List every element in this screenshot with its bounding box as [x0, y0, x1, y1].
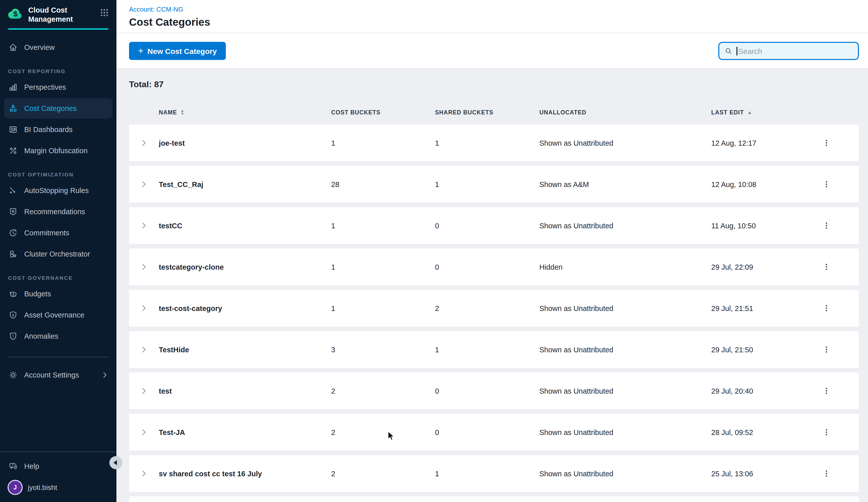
- table-area: Total: 87 NAME ▲▼ COST BUCKETS SHARED BU…: [116, 69, 868, 502]
- kebab-menu-icon[interactable]: [822, 139, 830, 147]
- row-cost-buckets: 2: [331, 470, 435, 478]
- expand-chevron-icon[interactable]: [140, 428, 148, 436]
- row-last-edit: 29 Jul, 20:40: [711, 387, 793, 395]
- sidebar-item-label: Anomalies: [24, 332, 58, 340]
- sidebar-section-label: COST REPORTING: [8, 68, 108, 74]
- sidebar-item-perspectives[interactable]: Perspectives: [4, 77, 112, 97]
- app-title: Cloud Cost Management: [28, 6, 99, 24]
- sidebar-item-asset-governance[interactable]: $Asset Governance: [4, 305, 112, 325]
- table-row[interactable]: joe-test 1 1 Shown as Unattributed 12 Au…: [129, 125, 859, 161]
- table-row[interactable]: Test_CC_Raj 28 1 Shown as A&M 12 Aug, 10…: [129, 166, 859, 202]
- kebab-menu-icon[interactable]: [822, 221, 830, 230]
- cluster-icon: [8, 249, 18, 259]
- search-box[interactable]: [718, 42, 859, 60]
- sidebar-item-budgets[interactable]: $Budgets: [4, 284, 112, 304]
- user-name: jyoti.bisht: [28, 483, 57, 491]
- shield-alert-icon: !: [8, 331, 18, 341]
- ccm-cloud-dollar-logo-icon: $: [8, 7, 24, 21]
- perspectives-icon: [8, 82, 18, 92]
- collapse-left-icon: [113, 460, 117, 465]
- row-last-edit: 29 Jul, 22:09: [711, 263, 793, 271]
- row-name: Test_CC_Raj: [159, 180, 331, 188]
- help-label: Help: [24, 462, 39, 470]
- expand-chevron-icon[interactable]: [140, 263, 148, 271]
- autostopping-icon: [8, 186, 18, 196]
- home-icon: [8, 42, 18, 52]
- column-header-name[interactable]: NAME ▲▼: [159, 109, 331, 115]
- main-content: Account: CCM-NG Cost Categories + New Co…: [116, 0, 868, 502]
- sort-both-icon: ▲▼: [181, 109, 185, 115]
- plus-icon: +: [138, 46, 143, 55]
- sidebar-item-label: Asset Governance: [24, 311, 84, 319]
- row-name: testCC: [159, 221, 331, 230]
- row-last-edit: 12 Aug, 10:08: [711, 180, 793, 188]
- expand-chevron-icon[interactable]: [140, 387, 148, 395]
- total-count: Total: 87: [129, 80, 859, 90]
- kebab-menu-icon[interactable]: [822, 387, 830, 395]
- table-row[interactable]: test-cost-category 1 2 Shown as Unattrib…: [129, 290, 859, 327]
- column-header-last-edit[interactable]: LAST EDIT ▲: [711, 109, 793, 115]
- expand-chevron-icon[interactable]: [140, 304, 148, 312]
- column-header-cost-buckets: COST BUCKETS: [331, 109, 435, 115]
- kebab-menu-icon[interactable]: [822, 469, 830, 478]
- sidebar-item-margin-obfuscation[interactable]: Margin Obfuscation: [4, 140, 112, 161]
- app-root: $ Cloud Cost Management OverviewCOST REP…: [0, 0, 868, 502]
- kebab-menu-icon[interactable]: [822, 304, 830, 313]
- expand-chevron-icon[interactable]: [140, 470, 148, 477]
- avatar[interactable]: J: [8, 480, 23, 495]
- sidebar-item-cost-categories[interactable]: Cost Categories: [4, 98, 112, 118]
- sidebar-item-anomalies[interactable]: !Anomalies: [4, 326, 112, 346]
- row-shared-buckets: 1: [435, 180, 539, 188]
- row-name: TestHide: [159, 345, 331, 354]
- sidebar-item-account-settings[interactable]: Account Settings: [4, 365, 112, 385]
- row-name: joe-test: [159, 139, 331, 147]
- table-row[interactable]: testcategory-clone 1 0 Hidden 29 Jul, 22…: [129, 249, 859, 285]
- sidebar-item-label: Account Settings: [24, 371, 79, 379]
- kebab-menu-icon[interactable]: [822, 180, 830, 188]
- row-last-edit: 25 Jul, 13:06: [711, 470, 793, 478]
- sidebar-divider: [8, 357, 108, 357]
- row-shared-buckets: 2: [435, 304, 539, 312]
- row-unallocated: Shown as Unattributed: [539, 428, 711, 436]
- sidebar-item-label: Cluster Orchestrator: [24, 250, 90, 258]
- kebab-menu-icon[interactable]: [822, 345, 830, 354]
- module-grid-icon[interactable]: [99, 8, 110, 18]
- sidebar-item-label: Overview: [24, 43, 55, 51]
- sidebar-nav: OverviewCOST REPORTINGPerspectivesCost C…: [0, 30, 116, 386]
- sidebar-item-label: Commitments: [24, 229, 69, 237]
- sidebar-item-autostopping-rules[interactable]: AutoStopping Rules: [4, 180, 112, 201]
- sidebar-collapse-handle[interactable]: [110, 456, 123, 469]
- expand-chevron-icon[interactable]: [140, 346, 148, 353]
- expand-chevron-icon[interactable]: [140, 180, 148, 188]
- table-row[interactable]: test 2 0 Shown as Unattributed 29 Jul, 2…: [129, 373, 859, 409]
- table-row[interactable]: Test-JA 2 0 Shown as Unattributed 28 Jul…: [129, 414, 859, 451]
- sidebar-item-label: Recommendations: [24, 208, 85, 216]
- sidebar-item-recommendations[interactable]: Recommendations: [4, 202, 112, 222]
- sort-asc-icon: ▲: [747, 110, 752, 115]
- sidebar-item-label: Cost Categories: [24, 104, 76, 112]
- row-cost-buckets: 1: [331, 221, 435, 230]
- sidebar-item-commitments[interactable]: Commitments: [4, 223, 112, 243]
- row-cost-buckets: 28: [331, 180, 435, 188]
- table-row[interactable]: sv shared cost cc test 16 July 2 1 Shown…: [129, 455, 859, 492]
- row-unallocated: Shown as Unattributed: [539, 387, 711, 395]
- sidebar-item-bi-dashboards[interactable]: BI Dashboards: [4, 119, 112, 139]
- kebab-menu-icon[interactable]: [822, 263, 830, 271]
- search-input[interactable]: [737, 46, 853, 55]
- sidebar-item-help[interactable]: ? Help: [4, 456, 112, 476]
- table-row[interactable]: testCC 1 0 Shown as Unattributed 11 Aug,…: [129, 207, 859, 244]
- table-header-row: NAME ▲▼ COST BUCKETS SHARED BUCKETS UNAL…: [129, 106, 859, 118]
- sidebar-item-overview[interactable]: Overview: [4, 37, 112, 57]
- sidebar-item-cluster-orchestrator[interactable]: Cluster Orchestrator: [4, 244, 112, 264]
- percent-icon: [8, 146, 18, 156]
- row-unallocated: Shown as A&M: [539, 180, 711, 188]
- user-row[interactable]: J jyoti.bisht: [0, 477, 116, 502]
- breadcrumb[interactable]: Account: CCM-NG: [129, 6, 183, 13]
- kebab-menu-icon[interactable]: [822, 428, 830, 437]
- new-cost-category-button[interactable]: + New Cost Category: [129, 42, 226, 60]
- expand-chevron-icon[interactable]: [140, 139, 148, 147]
- table-row[interactable]: TestHide 3 1 Shown as Unattributed 29 Ju…: [129, 331, 859, 368]
- expand-chevron-icon[interactable]: [140, 222, 148, 229]
- row-unallocated: Hidden: [539, 263, 711, 271]
- cost-categories-icon: [8, 103, 18, 113]
